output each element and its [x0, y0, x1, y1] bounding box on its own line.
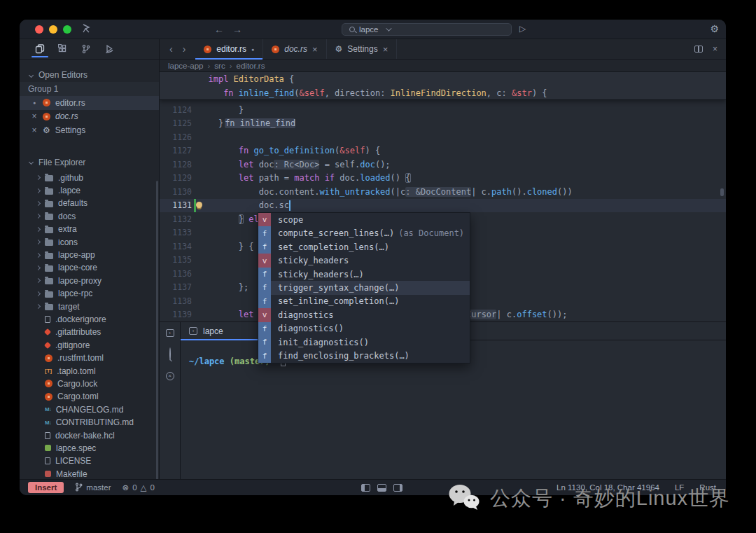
history-back-button[interactable]: ←: [214, 24, 224, 35]
folder-row[interactable]: target: [20, 300, 159, 312]
code-line[interactable]: 1124 }: [160, 103, 726, 117]
file-row[interactable]: .dockerignore: [20, 313, 159, 326]
file-row[interactable]: M↓CHANGELOG.md: [20, 403, 159, 416]
code-line[interactable]: 1127 fn go_to_definition(&self) {: [160, 144, 726, 158]
sticky-line[interactable]: impl EditorData {: [160, 72, 726, 86]
completion-item[interactable]: fcompute_screen_lines(…)(as Document): [258, 226, 470, 240]
open-editor-label: Settings: [55, 125, 85, 135]
folder-row[interactable]: lapce-app: [20, 249, 159, 261]
breadcrumb[interactable]: lapce-app›src›editor.rs: [160, 60, 726, 72]
tab-editor.rs[interactable]: editor.rs●: [195, 39, 263, 59]
tab-forward-button[interactable]: ›: [183, 43, 186, 55]
tab-Settings[interactable]: ⚙Settings×: [327, 39, 398, 59]
open-editor-item[interactable]: ×⚙Settings: [20, 123, 159, 137]
file-row[interactable]: Cargo.toml: [20, 390, 159, 403]
code-line[interactable]: 1129 let path = match if doc.loaded() {: [160, 172, 726, 186]
close-icon[interactable]: ×: [312, 44, 318, 55]
completion-item[interactable]: ffind_enclosing_brackets(…): [258, 349, 470, 363]
file-row[interactable]: .gitignore: [20, 339, 159, 352]
chevron-right-icon: [36, 278, 41, 283]
folder-row[interactable]: docs: [20, 210, 159, 223]
plugins-icon[interactable]: [56, 41, 70, 57]
sticky-line[interactable]: fn inline_find(&self, direction: InlineF…: [160, 86, 726, 100]
completion-item[interactable]: fset_completion_lens(…): [258, 240, 470, 254]
terminal-icon[interactable]: ›: [166, 329, 174, 337]
sidebar: Open Editors Group 1 ●editor.rs×doc.rs×⚙…: [20, 39, 160, 479]
code-line[interactable]: 1125 }fn inline_find: [160, 117, 726, 131]
line-number: 1138: [160, 296, 192, 306]
code-line[interactable]: 1131 doc.sc: [160, 199, 726, 213]
zoom-window-button[interactable]: [63, 25, 71, 34]
folder-row[interactable]: .lapce: [20, 184, 159, 197]
completion-item[interactable]: vdiagnostics: [258, 308, 470, 321]
editor-scrollbar-thumb[interactable]: [720, 188, 724, 196]
git-branch-indicator[interactable]: master: [75, 483, 111, 493]
folder-row[interactable]: icons: [20, 235, 159, 248]
screen: ← → lapce ▷ ⚙: [0, 0, 756, 533]
code-line[interactable]: 1126: [160, 130, 726, 144]
folder-row[interactable]: lapce-core: [20, 261, 159, 274]
toggle-left-panel-icon[interactable]: [361, 484, 370, 492]
code-line[interactable]: 1130 doc.content.with_untracked(|c: &Doc…: [160, 185, 726, 199]
settings-gear-icon[interactable]: ⚙: [710, 23, 719, 34]
traffic-lights[interactable]: [35, 25, 71, 34]
completion-item[interactable]: finit_diagnostics(): [258, 335, 470, 349]
folder-row[interactable]: lapce-rpc: [20, 287, 159, 300]
file-explorer-icon[interactable]: [33, 41, 47, 57]
open-editors-header[interactable]: Open Editors: [20, 68, 159, 82]
file-row[interactable]: .gitattributes: [20, 326, 159, 338]
completion-item[interactable]: fsticky_headers(…): [258, 268, 470, 281]
close-icon[interactable]: ×: [31, 125, 38, 135]
completion-item[interactable]: fdiagnostics(): [258, 322, 470, 335]
open-editor-item[interactable]: ×doc.rs: [20, 110, 159, 124]
file-row[interactable]: lapce.spec: [20, 442, 159, 455]
breadcrumb-segment[interactable]: lapce-app: [168, 62, 204, 70]
completion-item[interactable]: vsticky_headers: [258, 254, 470, 267]
close-icon[interactable]: ×: [383, 44, 388, 55]
folder-row[interactable]: .github: [20, 172, 159, 184]
file-explorer-list: .github.lapcedefaultsdocsextraiconslapce…: [20, 172, 159, 480]
split-editor-icon[interactable]: [694, 46, 703, 53]
run-button[interactable]: ▷: [519, 24, 526, 34]
folder-row[interactable]: defaults: [20, 197, 159, 209]
close-window-button[interactable]: [35, 25, 43, 34]
file-row[interactable]: docker-bake.hcl: [20, 429, 159, 441]
problems-indicator[interactable]: ⊗ 0 △ 0: [122, 483, 154, 492]
file-row[interactable]: Cargo.lock: [20, 378, 159, 390]
completion-item[interactable]: vscope: [258, 213, 470, 226]
source-control-icon[interactable]: [79, 41, 93, 57]
file-row[interactable]: .rustfmt.toml: [20, 352, 159, 364]
breadcrumb-segment[interactable]: src: [214, 62, 225, 70]
change-bar: [194, 72, 196, 86]
file-row[interactable]: LICENSE: [20, 455, 159, 467]
close-editor-icon[interactable]: ×: [713, 44, 718, 54]
folder-icon: [45, 291, 53, 298]
code-action-lightbulb-icon[interactable]: [196, 202, 202, 208]
debug-icon[interactable]: [102, 41, 116, 57]
file-row[interactable]: [T].taplo.toml: [20, 364, 159, 377]
file-row[interactable]: Makefile: [20, 467, 159, 479]
tab-doc.rs[interactable]: doc.rs×: [263, 39, 326, 59]
toggle-right-panel-icon[interactable]: [393, 484, 402, 492]
file-explorer-header[interactable]: File Explorer: [20, 155, 159, 169]
toggle-bottom-panel-icon[interactable]: [377, 484, 386, 492]
tab-back-button[interactable]: ‹: [169, 43, 173, 55]
chevron-right-icon: [36, 214, 41, 219]
file-row[interactable]: M↓CONTRIBUTING.md: [20, 416, 159, 429]
completion-item[interactable]: ftrigger_syntax_change(…): [258, 281, 470, 294]
editor-mode-badge[interactable]: Insert: [28, 482, 64, 493]
problems-panel-icon[interactable]: ×: [166, 372, 174, 380]
history-forward-button[interactable]: →: [232, 24, 242, 35]
close-icon[interactable]: ×: [31, 111, 38, 121]
folder-row[interactable]: extra: [20, 223, 159, 235]
minimize-window-button[interactable]: [49, 25, 57, 34]
search-panel-icon[interactable]: [169, 348, 171, 361]
workspace-search-bar[interactable]: lapce: [342, 23, 512, 36]
open-editor-item[interactable]: ●editor.rs: [20, 96, 159, 110]
code-line[interactable]: 1128 let doc: Rc<Doc> = self.doc();: [160, 158, 726, 172]
breadcrumb-segment[interactable]: editor.rs: [237, 62, 265, 70]
sidebar-scrollbar[interactable]: [156, 181, 158, 479]
folder-row[interactable]: lapce-proxy: [20, 275, 159, 287]
completion-item[interactable]: fset_inline_completion(…): [258, 295, 470, 308]
folder-icon: [45, 278, 53, 284]
